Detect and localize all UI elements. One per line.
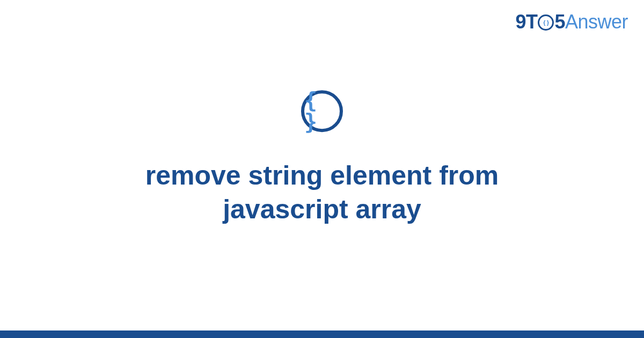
logo-inner-braces: { } [543, 20, 548, 26]
logo-circle-icon: { } [538, 14, 554, 31]
logo-text-9t: 9T [515, 11, 537, 33]
main-content: { } remove string element from javascrip… [0, 90, 644, 226]
code-braces-icon: { } [304, 90, 340, 133]
page-title: remove string element from javascript ar… [80, 159, 564, 226]
site-logo: 9T { } 5 Answer [515, 11, 628, 33]
logo-text-5: 5 [554, 11, 565, 33]
logo-text-answer: Answer [565, 11, 628, 33]
topic-icon-circle: { } [301, 90, 343, 132]
footer-bar [0, 330, 644, 338]
